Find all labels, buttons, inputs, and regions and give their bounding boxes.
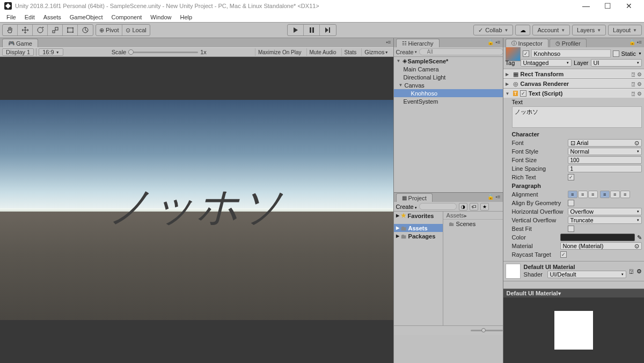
packages-row[interactable]: ▶🖿Packages xyxy=(394,232,443,240)
tag-dropdown[interactable]: Untagged▾ xyxy=(521,59,572,67)
panel-menu-icon[interactable]: ▪≡ xyxy=(386,39,391,45)
close-button[interactable]: ✕ xyxy=(618,2,640,10)
panel-menu-icon[interactable]: 🔒 ▪≡ xyxy=(629,39,642,45)
search-by-label-icon[interactable]: 🏷 xyxy=(470,203,478,210)
align-top-button[interactable]: ≡ xyxy=(600,191,610,198)
eyedropper-icon[interactable]: ✎ xyxy=(637,234,642,241)
layer-dropdown[interactable]: UI▾ xyxy=(591,59,642,67)
rect-tool-icon[interactable] xyxy=(63,25,78,35)
aspect-dropdown[interactable]: 16:9▼ xyxy=(39,48,63,56)
project-breadcrumb[interactable]: Assets ▸ xyxy=(443,212,503,220)
assets-row[interactable]: ▶🖿Assets xyxy=(394,224,443,232)
panel-menu-icon[interactable]: 🔒 ▪≡ xyxy=(487,194,500,200)
align-bottom-button[interactable]: ≡ xyxy=(620,191,630,198)
component-header[interactable]: ▶ ◎ Canvas Renderer ⍰ ⚙ xyxy=(503,79,644,88)
menu-assets[interactable]: Assets xyxy=(39,14,65,20)
component-header[interactable]: ▼ T ✓ Text (Script) ⍰ ⚙ xyxy=(503,89,644,98)
align-middle-button[interactable]: ≡ xyxy=(610,191,620,198)
pause-button[interactable] xyxy=(304,25,320,35)
color-field[interactable] xyxy=(560,234,635,241)
alignbygeo-checkbox[interactable] xyxy=(568,200,574,206)
scale-tool-icon[interactable] xyxy=(48,25,63,35)
hierarchy-item[interactable]: Directional Light xyxy=(394,73,503,81)
component-header[interactable]: ▶ ▦ Rect Transform ⍰ ⚙ xyxy=(503,69,644,78)
text-textarea[interactable]: ノッホソ xyxy=(512,106,642,128)
tab-hierarchy[interactable]: ☷ Hierarchy xyxy=(396,39,440,47)
scene-row[interactable]: ▼◈SampleScene* xyxy=(394,57,503,65)
gameobject-name-input[interactable] xyxy=(531,49,611,57)
align-center-button[interactable]: ≡ xyxy=(578,191,588,198)
menu-window[interactable]: Window xyxy=(146,14,175,20)
linespacing-input[interactable]: 1 xyxy=(568,165,642,172)
raycast-checkbox[interactable]: ✓ xyxy=(560,251,567,258)
voverflow-dropdown[interactable]: Truncate▾ xyxy=(568,216,642,224)
material-swatch[interactable] xyxy=(506,264,521,279)
layers-dropdown[interactable]: Layers▼ xyxy=(572,25,606,35)
bestfit-checkbox[interactable] xyxy=(568,226,574,232)
component-enabled-checkbox[interactable]: ✓ xyxy=(520,90,526,97)
shader-dropdown[interactable]: UI/Default▾ xyxy=(547,271,626,278)
gear-icon[interactable]: ⚙ xyxy=(636,268,642,275)
menu-edit[interactable]: Edit xyxy=(20,14,39,20)
project-create-dropdown[interactable]: Create ▾ xyxy=(396,204,418,210)
hoverflow-dropdown[interactable]: Overflow▾ xyxy=(568,208,642,215)
rotate-tool-icon[interactable] xyxy=(33,25,48,35)
panel-menu-icon[interactable]: 🔒 ▪≡ xyxy=(487,39,500,45)
align-right-button[interactable]: ≡ xyxy=(588,191,598,198)
pivot-toggle[interactable]: ⊕ Pivot xyxy=(96,25,122,35)
hierarchy-search-input[interactable] xyxy=(419,48,503,55)
project-item[interactable]: 🖿Scenes xyxy=(443,220,503,228)
gear-icon[interactable]: ⚙ xyxy=(637,71,642,77)
menu-help[interactable]: Help xyxy=(175,14,196,20)
active-checkbox[interactable]: ✓ xyxy=(523,50,529,57)
project-zoom-slider[interactable] xyxy=(471,330,503,331)
fontstyle-dropdown[interactable]: Normal▾ xyxy=(568,148,642,155)
tab-game[interactable]: 🎮 Game xyxy=(2,39,38,47)
gizmos-toggle[interactable]: Gizmos ▼ xyxy=(361,48,391,56)
play-button[interactable] xyxy=(288,25,304,35)
material-field[interactable]: None (Material)⊙ xyxy=(560,242,642,250)
scale-slider[interactable] xyxy=(128,52,198,53)
project-search-input[interactable] xyxy=(419,203,457,210)
search-by-type-icon[interactable]: ◑ xyxy=(459,203,467,210)
menu-gameobject[interactable]: GameObject xyxy=(65,14,107,20)
help-icon[interactable]: ⍰ xyxy=(632,71,635,77)
help-icon[interactable]: ⍰ xyxy=(632,81,635,87)
help-icon[interactable]: ⍰ xyxy=(632,91,635,97)
local-toggle[interactable]: ⊙ Local xyxy=(122,25,149,35)
menu-file[interactable]: File xyxy=(2,14,20,20)
gear-icon[interactable]: ⚙ xyxy=(637,91,642,97)
maximize-on-play-toggle[interactable]: Maximize On Play xyxy=(255,48,304,56)
account-dropdown[interactable]: Account▼ xyxy=(532,25,570,35)
menu-component[interactable]: Component xyxy=(107,14,146,20)
move-tool-icon[interactable] xyxy=(18,25,33,35)
hierarchy-item[interactable]: ▼Canvas xyxy=(394,81,503,89)
gear-icon[interactable]: ⚙ xyxy=(637,81,642,87)
align-left-button[interactable]: ≡ xyxy=(568,191,577,198)
static-checkbox[interactable] xyxy=(613,50,619,57)
collab-dropdown[interactable]: ✓ Collab ▼ xyxy=(473,25,513,35)
save-search-icon[interactable]: ★ xyxy=(480,203,489,210)
hierarchy-item-selected[interactable]: Knohhoso xyxy=(394,89,503,97)
minimize-button[interactable]: — xyxy=(575,2,597,10)
richtext-checkbox[interactable]: ✓ xyxy=(568,174,574,180)
mute-audio-toggle[interactable]: Mute Audio xyxy=(306,48,339,56)
fontsize-input[interactable]: 100 xyxy=(568,156,642,164)
favorites-row[interactable]: ▶★Favorites xyxy=(394,212,443,220)
tab-profiler[interactable]: ◷Profiler xyxy=(550,39,587,47)
static-dropdown-icon[interactable]: ▼ xyxy=(638,52,642,55)
font-field[interactable]: ⊡Arial⊙ xyxy=(568,139,642,147)
help-icon[interactable]: ⍰ xyxy=(630,268,633,274)
maximize-button[interactable]: ☐ xyxy=(597,2,618,10)
display-dropdown[interactable]: Display 1 xyxy=(2,48,34,56)
hierarchy-item[interactable]: EventSystem xyxy=(394,97,503,105)
stats-toggle[interactable]: Stats xyxy=(341,48,360,56)
step-button[interactable] xyxy=(320,25,336,35)
tab-inspector[interactable]: ⓘInspector xyxy=(506,39,548,47)
hand-tool-icon[interactable] xyxy=(3,25,18,35)
preview-title[interactable]: Default UI Material ▾ xyxy=(503,289,644,297)
hierarchy-create-dropdown[interactable]: Create ▾ xyxy=(396,49,417,55)
transform-tool-icon[interactable] xyxy=(78,25,93,35)
tab-project[interactable]: ▦ Project xyxy=(396,193,433,202)
services-button[interactable]: ☁ xyxy=(515,25,530,35)
